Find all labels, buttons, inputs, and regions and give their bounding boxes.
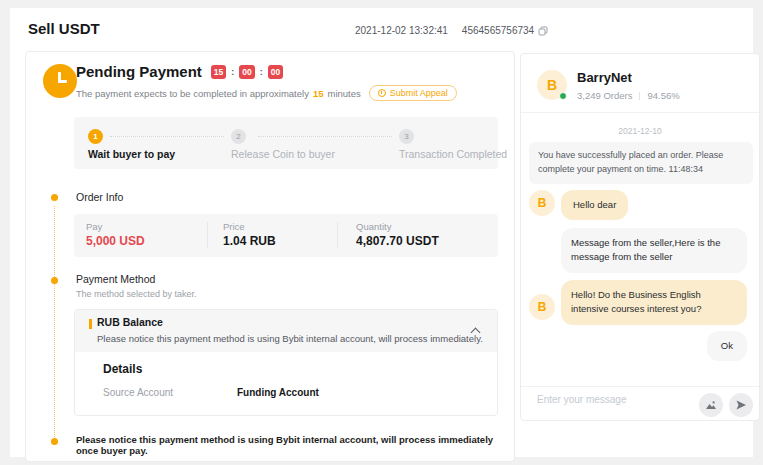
order-info-panel: Pay 5,000 USD Price 1.04 RUB Quantity 4,… bbox=[74, 214, 498, 257]
source-account-value: Funding Account bbox=[237, 387, 319, 398]
attach-image-button[interactable] bbox=[699, 393, 723, 417]
page-sheet: Sell USDT 2021-12-02 13:32:41 4564565756… bbox=[10, 8, 753, 457]
submit-appeal-button[interactable]: Submit Appeal bbox=[369, 85, 457, 101]
chat-message: Hello dear bbox=[561, 190, 628, 220]
footer-note: Please notice this payment method is usi… bbox=[76, 434, 496, 456]
price-label: Price bbox=[223, 221, 245, 232]
header-meta: 2021-12-02 13:32:41 4564565756734 bbox=[355, 25, 548, 36]
stats-divider bbox=[639, 92, 640, 100]
chat-message: Hello! Do the Business English intensive… bbox=[561, 280, 747, 325]
step-3-label: Transaction Completed bbox=[399, 148, 507, 160]
payment-note-prefix: The payment expects to be completed in a… bbox=[76, 88, 309, 99]
seller-stats: 3,249 Orders 94.56% bbox=[577, 90, 680, 101]
chat-date-divider: 2021-12-10 bbox=[521, 126, 759, 136]
send-icon bbox=[735, 399, 747, 411]
timer-hours: 15 bbox=[211, 65, 226, 79]
send-message-button[interactable] bbox=[729, 393, 753, 417]
column-divider bbox=[337, 222, 338, 248]
message-input[interactable] bbox=[537, 394, 687, 405]
step-2-circle: 2 bbox=[231, 129, 246, 144]
payment-note-minutes: 15 bbox=[313, 88, 324, 99]
chat-message: Message from the seller,Here is the mess… bbox=[561, 228, 747, 273]
seller-name[interactable]: BarryNet bbox=[577, 70, 632, 85]
payment-note-suffix: minutes bbox=[327, 88, 360, 99]
message-avatar: B bbox=[529, 190, 555, 216]
clock-icon bbox=[43, 64, 77, 98]
method-note: Please notice this payment method is usi… bbox=[97, 333, 483, 344]
payment-method-header[interactable]: RUB Balance Please notice this payment m… bbox=[75, 310, 497, 352]
order-info-bullet bbox=[51, 194, 58, 201]
seller-completion-rate: 94.56% bbox=[647, 90, 679, 101]
step-1-label: Wait buyer to pay bbox=[88, 148, 175, 160]
online-status-dot bbox=[559, 92, 567, 100]
timer-minutes: 00 bbox=[239, 65, 254, 79]
order-id: 4564565756734 bbox=[462, 25, 534, 36]
section-timeline bbox=[54, 206, 55, 441]
payment-method-panel: RUB Balance Please notice this payment m… bbox=[74, 309, 498, 416]
sent-message: Ok bbox=[707, 331, 747, 361]
footer-note-bullet bbox=[51, 438, 58, 445]
seller-orders: 3,249 Orders bbox=[577, 90, 632, 101]
column-divider bbox=[207, 222, 208, 248]
order-timestamp: 2021-12-02 13:32:41 bbox=[355, 25, 448, 36]
payment-method-subtitle: The method selected by taker. bbox=[76, 289, 197, 299]
progress-steps: 1 2 3 Wait buyer to pay Release Coin to … bbox=[74, 117, 498, 169]
step-3-circle: 3 bbox=[399, 129, 414, 144]
step-2-label: Release Coin to buyer bbox=[231, 148, 335, 160]
timer-separator: : bbox=[231, 67, 234, 77]
source-account-label: Source Account bbox=[103, 387, 173, 398]
price-value: 1.04 RUB bbox=[223, 234, 276, 248]
copy-icon[interactable] bbox=[538, 26, 548, 36]
submit-appeal-label: Submit Appeal bbox=[390, 88, 448, 98]
method-accent-bar bbox=[89, 319, 92, 329]
details-title: Details bbox=[103, 362, 142, 376]
payment-method-title: Payment Method bbox=[76, 273, 155, 285]
pay-value: 5,000 USD bbox=[86, 234, 145, 248]
step-connector bbox=[110, 136, 224, 137]
quantity-value: 4,807.70 USDT bbox=[356, 234, 439, 248]
pay-label: Pay bbox=[86, 221, 102, 232]
quantity-label: Quantity bbox=[356, 221, 391, 232]
payment-method-bullet bbox=[51, 277, 58, 284]
system-message: You have successfully placed an order. P… bbox=[529, 142, 753, 184]
appeal-clock-icon bbox=[378, 89, 386, 97]
chat-header-divider bbox=[521, 112, 759, 113]
image-icon bbox=[705, 399, 717, 411]
order-detail-card: Pending Payment 15 : 00 : 00 The payment… bbox=[25, 51, 515, 462]
chat-card: B BarryNet 3,249 Orders 94.56% 2021-12-1… bbox=[520, 53, 760, 421]
chat-input-divider bbox=[521, 386, 759, 387]
step-connector bbox=[258, 136, 392, 137]
order-info-title: Order Info bbox=[76, 191, 123, 203]
timer-seconds: 00 bbox=[268, 65, 283, 79]
message-avatar: B bbox=[529, 294, 555, 320]
method-name: RUB Balance bbox=[97, 316, 163, 328]
step-1-circle: 1 bbox=[88, 129, 103, 144]
pending-payment-title: Pending Payment bbox=[76, 63, 202, 80]
timer-separator: : bbox=[260, 67, 263, 77]
page-title: Sell USDT bbox=[28, 20, 100, 37]
